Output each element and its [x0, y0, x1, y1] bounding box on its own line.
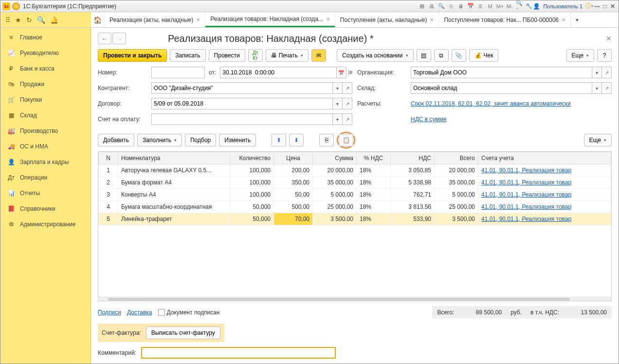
wh-dd-icon[interactable]: ▾: [592, 82, 602, 94]
date-input[interactable]: [220, 67, 337, 78]
select-button[interactable]: Подбор: [185, 134, 216, 146]
tab-3[interactable]: Поступление товаров: Нак... ПБ00-000006✕: [439, 12, 571, 27]
move-down-icon[interactable]: ⬇: [289, 134, 304, 146]
tab-1-close[interactable]: ✕: [326, 17, 330, 22]
ct-open-icon[interactable]: ↗: [343, 98, 352, 109]
calendar2-icon[interactable]: 🗓: [476, 2, 484, 10]
calendar1-icon[interactable]: 📅: [467, 2, 474, 10]
star-icon[interactable]: ★: [15, 16, 21, 24]
apps-icon[interactable]: ⠿: [5, 16, 10, 24]
sidebar-item-10[interactable]: 📊Отчеты: [0, 185, 91, 201]
tab-2-close[interactable]: ✕: [430, 17, 434, 22]
acc-link[interactable]: 41.01, 90.01.1, Реализация товар: [481, 203, 571, 210]
help-button[interactable]: ?: [597, 49, 612, 62]
receipt-button[interactable]: 💰Чек: [469, 49, 499, 62]
delivery-link[interactable]: Доставка: [127, 309, 152, 316]
sf-button[interactable]: Выписать счет-фактуру: [146, 327, 220, 339]
maximize-button[interactable]: □: [601, 2, 609, 10]
print-icon[interactable]: 🖶: [428, 2, 436, 10]
ref-icon-1[interactable]: ▤: [417, 49, 431, 62]
info-icon[interactable]: ⓘ: [585, 2, 591, 10]
save-icon[interactable]: ▦: [418, 2, 426, 10]
settlements-link[interactable]: Срок 02.11.2018, 62.01, 62.02, зачет ава…: [411, 100, 571, 107]
home-tab[interactable]: 🏠: [91, 12, 105, 27]
wh-open-icon[interactable]: ↗: [602, 82, 612, 94]
col-8[interactable]: Счета учета: [478, 152, 611, 164]
paste-rows-icon[interactable]: 📋: [339, 134, 353, 146]
history-icon[interactable]: ↻: [26, 16, 32, 24]
doc-signed-check[interactable]: Документ подписан: [158, 309, 220, 316]
m-minus-label[interactable]: M-: [506, 2, 513, 10]
copy-rows-icon[interactable]: ⎘: [319, 134, 334, 146]
col-7[interactable]: Всего: [435, 152, 478, 164]
calendar-icon[interactable]: 📅: [337, 67, 346, 78]
org-open-icon[interactable]: ↗: [602, 67, 612, 78]
m-plus-label[interactable]: M+: [496, 2, 504, 10]
col-5[interactable]: % НДС: [357, 152, 391, 164]
sidebar-item-6[interactable]: 🏭Производство: [0, 123, 91, 139]
sidebar-item-7[interactable]: 🚚ОС и НМА: [0, 139, 91, 154]
col-0[interactable]: N: [99, 152, 118, 164]
table-row[interactable]: 1Авторучка гелевая GALAXY 0.5...100,0002…: [99, 164, 611, 177]
minimize-button[interactable]: —: [593, 2, 601, 10]
tab-2[interactable]: Поступление (акты, накладные)✕: [335, 12, 439, 27]
col-1[interactable]: Номенклатура: [118, 152, 230, 164]
org-input[interactable]: [411, 67, 592, 78]
page-close-icon[interactable]: ✕: [606, 35, 612, 42]
zoom-icon[interactable]: 🔍⁺: [515, 2, 523, 10]
col-6[interactable]: НДС: [391, 152, 435, 164]
user-name[interactable]: Пользователь 1: [543, 3, 583, 9]
date-extra-icon[interactable]: ≡: [348, 69, 352, 76]
cp-open-icon[interactable]: ↗: [343, 82, 352, 94]
cp-dd-icon[interactable]: ▾: [333, 82, 343, 94]
sidebar-item-12[interactable]: ⚙Администрирование: [0, 217, 91, 232]
close-button[interactable]: ✕: [609, 2, 617, 10]
dtkt-icon[interactable]: ДтКт: [248, 49, 263, 62]
table-row[interactable]: 2Бумага формат А4100,000350,0035 000,001…: [99, 177, 611, 189]
print-button[interactable]: 🖶Печать▾: [266, 49, 309, 62]
acc-link[interactable]: 41.01, 90.01.1, Реализация товар: [481, 216, 571, 222]
col-2[interactable]: Количество: [230, 152, 274, 164]
record-button[interactable]: Записать: [170, 49, 205, 62]
move-up-icon[interactable]: ⬆: [272, 134, 286, 146]
col-3[interactable]: Цена: [274, 152, 313, 164]
table-row[interactable]: 3Конверты А4100,00050,005 000,0018%762,7…: [99, 189, 611, 201]
vat-link[interactable]: НДС в сумме: [411, 116, 447, 123]
email-button[interactable]: ✉: [311, 49, 326, 62]
m-label[interactable]: M: [486, 2, 494, 10]
tabs-more[interactable]: ▾: [571, 12, 583, 27]
tab-3-close[interactable]: ✕: [562, 17, 565, 22]
horizontal-scrollbar[interactable]: [98, 297, 611, 301]
post-and-close-button[interactable]: Провести и закрыть: [98, 49, 167, 62]
table-row[interactable]: 5Линейка-трафарет50,00070,003 500,0018%5…: [99, 213, 611, 225]
tab-0-close[interactable]: ✕: [196, 17, 200, 22]
inv-open-icon[interactable]: ↗: [343, 113, 352, 125]
tools-icon[interactable]: 🔧: [525, 2, 533, 10]
contract-input[interactable]: [151, 98, 333, 109]
tab-0[interactable]: Реализация (акты, накладные)✕: [105, 12, 205, 27]
add-row-button[interactable]: Добавить: [98, 134, 134, 146]
app-menu-icon[interactable]: [12, 2, 20, 10]
org-dd-icon[interactable]: ▾: [592, 67, 602, 78]
fill-button[interactable]: Заполнить▾: [137, 134, 182, 146]
comment-input[interactable]: [141, 347, 336, 359]
acc-link[interactable]: 41.01, 90.01.1, Реализация товар: [481, 167, 571, 174]
sidebar-item-0[interactable]: ≡Главное: [0, 30, 91, 45]
sidebar-item-5[interactable]: ▦Склад: [0, 108, 91, 123]
change-button[interactable]: Изменить: [219, 134, 256, 146]
nav-fwd-button[interactable]: →: [112, 33, 126, 44]
tab-1[interactable]: Реализация товаров: Накладная (созда...✕: [205, 12, 335, 27]
sidebar-item-1[interactable]: 📈Руководителю: [0, 45, 91, 61]
sidebar-item-2[interactable]: ₽Банк и касса: [0, 61, 91, 76]
ct-dd-icon[interactable]: ▾: [333, 98, 343, 109]
sidebar-item-11[interactable]: 📕Справочники: [0, 201, 91, 217]
copy-icon[interactable]: ⎘: [447, 2, 455, 10]
sidebar-item-4[interactable]: 🛒Покупки: [0, 92, 91, 108]
inv-dd-icon[interactable]: ▾: [333, 113, 343, 125]
table-more-button[interactable]: Еще▾: [584, 134, 612, 146]
number-input[interactable]: [151, 67, 205, 78]
ref-icon-2[interactable]: ⧉: [434, 49, 449, 62]
nav-back-button[interactable]: ←: [98, 33, 111, 44]
table-row[interactable]: 4Бумага масштабно-координатная50,000500,…: [99, 201, 611, 213]
sidebar-item-9[interactable]: ДтОперации: [0, 170, 91, 185]
